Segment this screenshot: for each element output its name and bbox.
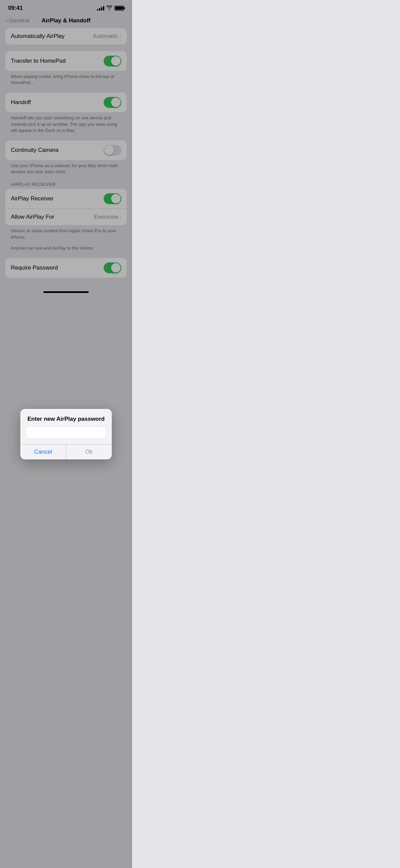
modal-overlay: Enter new AirPlay password Cancel Ok bbox=[0, 0, 132, 296]
